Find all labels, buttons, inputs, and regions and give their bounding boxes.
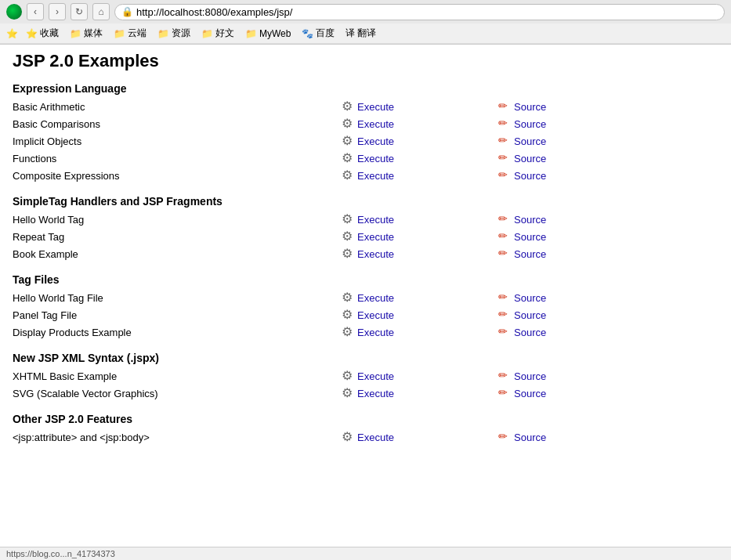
execute-cell: Execute [342,430,498,444]
source-cell: Source [498,151,655,165]
execute-link[interactable]: Execute [342,308,394,322]
table-row: XHTML Basic Example Execute Source [13,367,718,385]
cloud-icon: 📁 [114,28,125,39]
source-label: Source [514,327,546,338]
gear-icon [342,247,356,261]
myweb-icon: 📁 [245,28,257,39]
table-row: Functions Execute Source [13,150,718,167]
source-cell: Source [498,247,655,261]
source-cell: Source [498,134,655,148]
execute-link[interactable]: Execute [342,117,394,131]
baidu-icon: 🐾 [302,28,313,39]
address-bar-container: 🔒 [114,4,725,20]
execute-cell: Execute [342,212,498,226]
bookmark-media[interactable]: 📁媒体 [67,26,106,41]
execute-cell: Execute [342,99,498,114]
source-link[interactable]: Source [498,117,546,131]
source-link[interactable]: Source [498,369,546,383]
execute-label: Execute [357,135,394,147]
execute-link[interactable]: Execute [342,168,394,182]
resources-icon: 📁 [157,28,169,39]
articles-icon: 📁 [201,28,213,39]
source-label: Source [514,135,546,147]
gear-icon [342,386,356,400]
bookmark-articles[interactable]: 📁好文 [198,26,237,41]
source-link[interactable]: Source [498,168,546,182]
browser-chrome: ‹ › ↻ ⌂ 🔒 ⭐ ⭐收藏 📁媒体 📁云端 📁资源 📁好文 📁MyWeb 🐾… [0,0,731,45]
source-label: Source [514,231,546,243]
source-link[interactable]: Source [498,430,546,444]
execute-link[interactable]: Execute [342,134,394,148]
source-link[interactable]: Source [498,229,546,244]
bookmark-cloud[interactable]: 📁云端 [110,26,150,41]
source-cell: Source [498,430,655,444]
gear-icon [342,99,356,114]
browser-logo [6,4,22,20]
execute-link[interactable]: Execute [342,247,394,261]
table-row: Display Products Example Execute Source [13,323,718,341]
source-label: Source [514,101,546,113]
bookmarks-label: ⭐ [6,28,18,39]
source-link[interactable]: Source [498,325,546,339]
execute-label: Execute [357,327,394,338]
execute-cell: Execute [342,229,498,244]
section-header-simpletag: SimpleTag Handlers and JSP Fragments [13,195,718,208]
forward-button[interactable]: › [49,3,66,20]
execute-link[interactable]: Execute [342,369,394,383]
bookmark-baidu[interactable]: 🐾百度 [299,26,338,41]
source-link[interactable]: Source [498,212,546,226]
table-row: Book Example Execute Source [13,245,718,262]
address-bar[interactable] [136,6,718,18]
execute-link[interactable]: Execute [342,151,394,165]
source-cell: Source [498,212,655,226]
source-link[interactable]: Source [498,386,546,400]
execute-link[interactable]: Execute [342,229,394,244]
example-name: Implicit Objects [13,135,342,147]
gear-icon [342,229,356,244]
example-name: Panel Tag File [13,309,342,321]
execute-label: Execute [357,101,394,113]
back-button[interactable]: ‹ [27,3,44,20]
source-link[interactable]: Source [498,247,546,261]
refresh-button[interactable]: ↻ [71,3,88,20]
execute-link[interactable]: Execute [342,212,394,226]
example-name: Basic Comparisons [13,118,342,130]
source-label: Source [514,214,546,226]
source-link[interactable]: Source [498,151,546,165]
execute-label: Execute [357,292,394,304]
source-label: Source [514,370,546,382]
execute-label: Execute [357,388,394,399]
pencil-icon [498,212,512,226]
execute-cell: Execute [342,247,498,261]
table-row: Repeat Tag Execute Source [13,228,718,245]
source-link[interactable]: Source [498,308,546,322]
execute-label: Execute [357,309,394,321]
translate-icon: 译 [346,27,355,40]
pencil-icon [498,386,512,400]
source-cell: Source [498,369,655,383]
execute-label: Execute [357,214,394,226]
bookmark-resources[interactable]: 📁资源 [154,26,194,41]
execute-link[interactable]: Execute [342,291,394,305]
bookmark-translate[interactable]: 译翻译 [342,26,379,41]
pencil-icon [498,229,512,244]
source-label: Source [514,118,546,130]
execute-link[interactable]: Execute [342,325,394,339]
gear-icon [342,369,356,383]
section-header-el: Expression Language [13,82,718,95]
execute-link[interactable]: Execute [342,99,394,114]
source-link[interactable]: Source [498,291,546,305]
source-link[interactable]: Source [498,134,546,148]
source-link[interactable]: Source [498,99,546,114]
source-cell: Source [498,386,655,400]
source-label: Source [514,153,546,164]
media-icon: 📁 [70,28,81,39]
execute-link[interactable]: Execute [342,386,394,400]
table-row: Hello World Tag Execute Source [13,211,718,228]
execute-cell: Execute [342,291,498,305]
home-button[interactable]: ⌂ [92,3,110,20]
gear-icon [342,308,356,322]
bookmark-collections[interactable]: ⭐收藏 [23,26,62,41]
execute-link[interactable]: Execute [342,430,394,444]
bookmark-myweb[interactable]: 📁MyWeb [242,27,294,40]
